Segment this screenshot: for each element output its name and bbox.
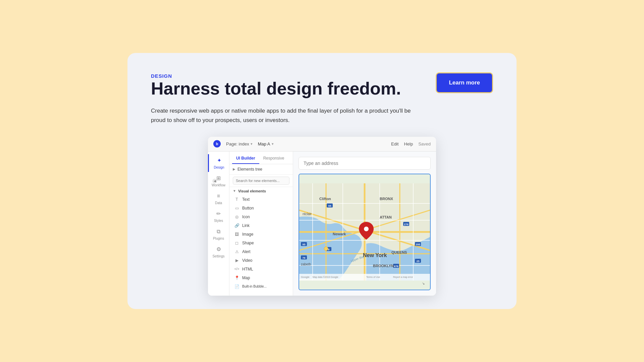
visual-elements-header: ▼ Visual elements bbox=[229, 187, 293, 195]
alert-icon: ⚠ bbox=[234, 249, 239, 254]
link-icon: 🔗 bbox=[234, 223, 239, 228]
svg-text:Report a map error: Report a map error bbox=[393, 276, 413, 279]
sidebar-item-workflow[interactable]: ⊞ Workflow bbox=[208, 172, 229, 190]
element-icon[interactable]: ◎ Icon bbox=[229, 213, 293, 221]
topbar-actions: Edit Help Saved bbox=[391, 141, 431, 146]
sidebar-icons: ✦ Design ⊞ Workflow ≡ Data ✏ Styles ⧉ bbox=[208, 152, 229, 296]
topbar-map: Map A ▾ bbox=[258, 141, 274, 146]
map-chevron[interactable]: ▾ bbox=[272, 142, 274, 146]
svg-text:Newark: Newark bbox=[333, 232, 346, 236]
svg-text:678: 678 bbox=[394, 265, 398, 268]
element-alert[interactable]: ⚠ Alert bbox=[229, 247, 293, 256]
data-icon: ≡ bbox=[215, 192, 222, 200]
sidebar-item-styles[interactable]: ✏ Styles bbox=[208, 207, 229, 225]
sidebar-item-data[interactable]: ≡ Data bbox=[208, 190, 229, 207]
app-body: ✦ Design ⊞ Workflow ≡ Data ✏ Styles ⧉ bbox=[208, 152, 436, 296]
svg-text:BRONX: BRONX bbox=[380, 197, 393, 201]
svg-text:ntclair: ntclair bbox=[303, 212, 312, 216]
svg-text:95: 95 bbox=[303, 243, 306, 246]
settings-icon: ⚙ bbox=[215, 246, 222, 253]
topbar-page: Page: index ▾ bbox=[226, 141, 253, 146]
svg-text:9: 9 bbox=[328, 248, 330, 251]
section-label: DESIGN bbox=[151, 73, 172, 79]
map-svg: 95 278 295 25 95 78 678 9 bbox=[299, 174, 430, 290]
svg-text:QUEENS: QUEENS bbox=[391, 250, 407, 254]
tree-arrow: ▶ bbox=[233, 167, 235, 171]
visual-elements-label: Visual elements bbox=[238, 189, 266, 193]
resize-handle[interactable]: ↘ bbox=[422, 282, 425, 285]
app-window: b Page: index ▾ Map A ▾ Edit Help Saved … bbox=[208, 137, 436, 296]
video-icon: ▶ bbox=[234, 258, 239, 263]
element-text[interactable]: T Text bbox=[229, 195, 293, 204]
tab-ui-builder[interactable]: UI Builder bbox=[232, 153, 259, 164]
help-button[interactable]: Help bbox=[404, 141, 413, 146]
search-input[interactable] bbox=[233, 177, 289, 185]
design-icon: ✦ bbox=[215, 157, 223, 164]
image-icon: 🖼 bbox=[234, 232, 239, 237]
button-icon: ▭ bbox=[234, 205, 239, 211]
svg-text:95: 95 bbox=[328, 204, 331, 207]
shape-icon: ◻ bbox=[234, 240, 239, 246]
map-container: 95 278 295 25 95 78 678 9 bbox=[299, 174, 431, 290]
tab-responsive[interactable]: Responsive bbox=[259, 153, 288, 164]
svg-text:zabeth: zabeth bbox=[301, 262, 311, 266]
text-icon: T bbox=[234, 197, 239, 202]
element-map[interactable]: 📍 Map bbox=[229, 274, 293, 282]
svg-text:BROOKLYN: BROOKLYN bbox=[373, 264, 394, 268]
left-panel: UI Builder Responsive ▶ Elements tree ▼ … bbox=[229, 152, 293, 296]
edit-button[interactable]: Edit bbox=[391, 141, 398, 146]
icon-icon: ◎ bbox=[234, 214, 239, 220]
element-video[interactable]: ▶ Video bbox=[229, 256, 293, 265]
element-html[interactable]: </> HTML bbox=[229, 265, 293, 274]
element-list: T Text ▭ Button ◎ Icon 🔗 Link bbox=[229, 195, 293, 296]
map-pin-icon: 📍 bbox=[234, 275, 239, 281]
styles-icon: ✏ bbox=[215, 210, 222, 218]
svg-text:25: 25 bbox=[417, 260, 420, 263]
svg-text:New York: New York bbox=[363, 252, 387, 258]
plugins-icon: ⧉ bbox=[215, 228, 222, 235]
sidebar-item-design[interactable]: ✦ Design bbox=[208, 154, 229, 172]
element-image[interactable]: 🖼 Image bbox=[229, 230, 293, 239]
sidebar-item-plugins[interactable]: ⧉ Plugins bbox=[208, 225, 229, 243]
sidebar-item-settings[interactable]: ⚙ Settings bbox=[208, 243, 229, 261]
element-link[interactable]: 🔗 Link bbox=[229, 221, 293, 230]
element-shape[interactable]: ◻ Shape bbox=[229, 239, 293, 247]
element-builtin[interactable]: 📄 Built-in Bubble... bbox=[229, 282, 293, 291]
svg-text:Terms of Use: Terms of Use bbox=[366, 276, 380, 278]
app-topbar: b Page: index ▾ Map A ▾ Edit Help Saved bbox=[208, 137, 436, 152]
svg-text:Google: Google bbox=[301, 276, 310, 279]
builtin-icon: 📄 bbox=[234, 284, 239, 289]
address-input[interactable] bbox=[299, 157, 431, 170]
elements-tree-header: ▶ Elements tree bbox=[229, 164, 293, 175]
right-content: 95 278 295 25 95 78 678 9 bbox=[293, 152, 436, 296]
visual-elements-arrow: ▼ bbox=[233, 189, 236, 193]
saved-status: Saved bbox=[418, 141, 431, 146]
html-icon: </> bbox=[234, 266, 239, 272]
svg-text:78: 78 bbox=[303, 256, 306, 259]
svg-text:295: 295 bbox=[416, 243, 420, 246]
svg-text:278: 278 bbox=[404, 223, 409, 226]
collapse-panel-button[interactable]: ◀ bbox=[212, 179, 217, 183]
svg-point-33 bbox=[324, 247, 328, 251]
svg-point-45 bbox=[364, 227, 369, 231]
panel-tabs: UI Builder Responsive bbox=[229, 152, 293, 164]
elements-tree-label: Elements tree bbox=[237, 167, 262, 172]
svg-text:Clifton: Clifton bbox=[319, 197, 331, 201]
learn-more-button[interactable]: Learn more bbox=[436, 72, 493, 93]
svg-text:Map data ©2019 Google: Map data ©2019 Google bbox=[313, 276, 338, 279]
svg-text:ATTAN: ATTAN bbox=[380, 215, 392, 219]
search-container bbox=[229, 175, 293, 187]
description: Create responsive web apps or native mob… bbox=[151, 106, 426, 124]
main-card: DESIGN Harness total design freedom. Cre… bbox=[127, 53, 517, 309]
app-logo: b bbox=[213, 140, 221, 147]
element-button[interactable]: ▭ Button bbox=[229, 204, 293, 213]
page-chevron[interactable]: ▾ bbox=[251, 142, 253, 146]
